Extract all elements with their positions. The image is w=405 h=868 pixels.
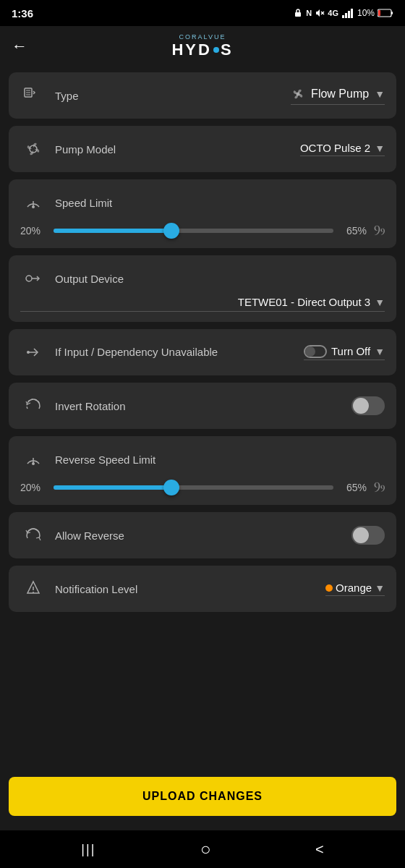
notification-value: Orange	[336, 582, 372, 594]
upload-button[interactable]: UPLOAD CHANGES	[9, 777, 396, 816]
battery-text: 10%	[357, 8, 375, 18]
back-button[interactable]: ←	[12, 37, 27, 56]
nav-home-button[interactable]: ○	[195, 833, 217, 865]
pump-model-value-container[interactable]: OCTO Pulse 2 ▼	[300, 142, 385, 156]
fan-icon	[291, 87, 305, 101]
lock-icon	[293, 8, 303, 18]
reverse-speed-max: 65%	[341, 482, 367, 493]
allow-reverse-knob	[353, 527, 369, 543]
main-content: Type Flow Pump ▼	[0, 67, 405, 770]
svg-rect-5	[348, 11, 350, 18]
reverse-speed-slider[interactable]	[54, 485, 333, 490]
speed-limit-thumb[interactable]	[163, 223, 179, 239]
svg-point-18	[26, 276, 32, 281]
notification-value-container[interactable]: Orange ▼	[325, 582, 385, 596]
dependency-dropdown-arrow[interactable]: ▼	[375, 346, 385, 357]
output-device-card: Output Device TETWE01 - Direct Output 3 …	[9, 255, 396, 322]
notification-dropdown-arrow[interactable]: ▼	[375, 582, 385, 594]
reverse-speed-thumb[interactable]	[163, 480, 179, 495]
dependency-label: If Input / Dependency Unavailable	[55, 345, 295, 359]
notification-label: Notification Level	[55, 583, 317, 595]
svg-rect-9	[391, 12, 393, 14]
logo-main: HYDS	[171, 41, 233, 59]
pump-model-label: Pump Model	[55, 143, 291, 156]
reverse-speed-expand-icon[interactable]: Ⳋⳋ	[374, 480, 385, 495]
svg-rect-0	[295, 12, 301, 17]
battery-icon	[378, 9, 393, 17]
type-card: Type Flow Pump ▼	[9, 72, 396, 119]
reverse-speed-fill	[54, 485, 171, 490]
invert-rotation-label: Invert Rotation	[55, 400, 343, 412]
speed-limit-fill	[54, 229, 171, 233]
type-dropdown-arrow[interactable]: ▼	[375, 88, 385, 100]
speed-limit-label: Speed Limit	[55, 197, 385, 209]
type-value: Flow Pump	[311, 88, 369, 101]
signal-icon	[341, 9, 354, 18]
dependency-card: If Input / Dependency Unavailable Turn O…	[9, 329, 396, 375]
nfc-icon: N	[306, 9, 312, 17]
header: ← CORALVUE HYDS	[0, 26, 405, 67]
invert-rotation-knob	[353, 398, 369, 414]
svg-point-25	[33, 592, 34, 593]
speed-limit-card: Speed Limit 20% 65% Ⳋⳋ	[9, 179, 396, 248]
output-device-value-row[interactable]: TETWE01 - Direct Output 3 ▼	[20, 296, 385, 312]
output-device-value: TETWE01 - Direct Output 3	[238, 296, 370, 308]
logo-top: CORALVUE	[179, 33, 226, 41]
svg-rect-4	[345, 13, 347, 18]
type-label: Type	[55, 90, 282, 102]
status-icons: N 4G 10%	[293, 8, 393, 18]
allow-reverse-toggle[interactable]	[351, 526, 385, 545]
output-device-label: Output Device	[55, 273, 385, 285]
svg-rect-3	[342, 15, 344, 18]
turn-off-toggle-icon	[304, 345, 327, 358]
upload-btn-container: UPLOAD CHANGES	[0, 770, 405, 830]
speed-limit-expand-icon[interactable]: Ⳋⳋ	[374, 223, 385, 238]
pump-model-value: OCTO Pulse 2	[300, 142, 370, 154]
status-time: 1:36	[12, 7, 33, 20]
bottom-nav: ||| ○ <	[0, 830, 405, 868]
pump-model-dropdown-arrow[interactable]: ▼	[375, 142, 385, 154]
reverse-speed-icon	[20, 446, 46, 472]
allow-reverse-card: Allow Reverse	[9, 512, 396, 558]
svg-point-21	[27, 351, 30, 354]
invert-rotation-icon	[20, 393, 46, 419]
allow-reverse-label: Allow Reverse	[55, 529, 343, 542]
allow-reverse-icon	[20, 522, 46, 548]
turn-off-label: Turn Off	[331, 345, 370, 357]
svg-rect-6	[351, 9, 353, 18]
speed-limit-slider-section: 20% 65% Ⳋⳋ	[20, 223, 385, 238]
turn-off-container[interactable]: Turn Off ▼	[304, 345, 385, 360]
nav-menu-button[interactable]: |||	[75, 836, 101, 863]
speed-limit-min: 20%	[20, 225, 46, 237]
pump-model-card: Pump Model OCTO Pulse 2 ▼	[9, 126, 396, 172]
status-bar: 1:36 N 4G 10%	[0, 0, 405, 26]
svg-point-17	[32, 205, 35, 208]
output-device-icon	[20, 265, 46, 292]
reverse-speed-slider-section: 20% 65% Ⳋⳋ	[20, 480, 385, 495]
reverse-speed-min: 20%	[20, 482, 46, 493]
pump-model-icon	[20, 136, 46, 162]
logo: CORALVUE HYDS	[171, 33, 233, 59]
speed-limit-max: 65%	[341, 225, 367, 237]
orange-dot	[325, 584, 333, 592]
type-value-container[interactable]: Flow Pump ▼	[291, 87, 385, 105]
speed-limit-icon	[20, 190, 46, 216]
reverse-speed-label: Reverse Speed Limit	[55, 454, 385, 466]
mute-icon	[315, 8, 325, 18]
speed-limit-slider[interactable]	[54, 229, 333, 233]
notification-icon	[20, 576, 46, 602]
4g-icon: 4G	[328, 9, 338, 17]
invert-rotation-toggle[interactable]	[351, 396, 385, 415]
nav-back-button[interactable]: <	[310, 835, 330, 864]
dependency-icon	[20, 339, 46, 365]
output-device-dropdown-arrow[interactable]: ▼	[375, 297, 385, 308]
svg-point-23	[32, 462, 35, 465]
invert-rotation-card: Invert Rotation	[9, 383, 396, 429]
svg-rect-8	[378, 10, 380, 16]
type-icon	[20, 82, 46, 109]
notification-card: Notification Level Orange ▼	[9, 566, 396, 612]
logo-dot	[213, 47, 219, 53]
reverse-speed-card: Reverse Speed Limit 20% 65% Ⳋⳋ	[9, 436, 396, 505]
